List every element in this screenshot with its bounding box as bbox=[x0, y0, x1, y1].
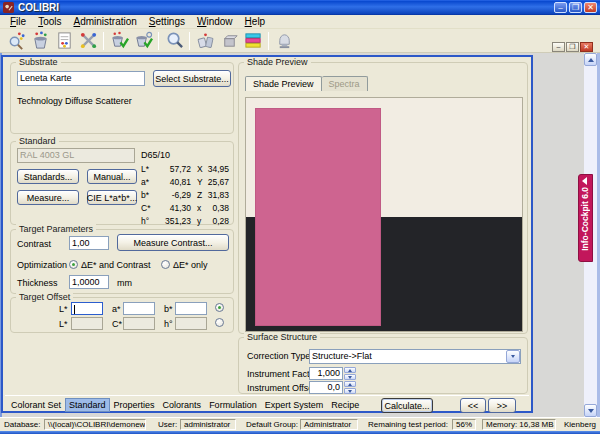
spin-down-button[interactable] bbox=[344, 374, 356, 380]
tab-standard[interactable]: Standard bbox=[65, 398, 110, 412]
scroll-up-button[interactable] bbox=[584, 53, 597, 66]
container-icon[interactable] bbox=[217, 30, 241, 52]
standards-button[interactable]: Standards... bbox=[17, 169, 79, 184]
offset-c-field bbox=[123, 317, 155, 330]
menu-settings[interactable]: Settings bbox=[143, 15, 191, 28]
browse-icon[interactable] bbox=[162, 30, 186, 52]
instrument-factor-spinner[interactable] bbox=[344, 367, 356, 380]
xyz-row-value: 31,83 bbox=[203, 190, 229, 200]
target-offset-group: Target Offset L* a* b* L* C* h° bbox=[10, 297, 234, 333]
menu-administration[interactable]: Administration bbox=[67, 15, 142, 28]
optimization-label: Optimization bbox=[17, 260, 67, 270]
mdi-workspace: Substrate Leneta Karte Select Substrate.… bbox=[0, 53, 600, 417]
shade-preview-tabstrip: Shade Preview Spectra bbox=[245, 76, 368, 91]
previous-button[interactable]: << bbox=[460, 398, 486, 413]
calculate-button[interactable]: Calculate... bbox=[381, 398, 433, 413]
tab-recipe[interactable]: Recipe bbox=[327, 398, 363, 412]
toolbar-separator bbox=[158, 32, 159, 50]
offset-lab-radio[interactable] bbox=[215, 303, 224, 312]
substrate-name-field[interactable]: Leneta Karte bbox=[17, 71, 145, 86]
arrow-down-icon bbox=[588, 409, 594, 413]
cielab-button[interactable]: CIE L*a*b*... bbox=[87, 190, 137, 205]
colorant-set-icon[interactable] bbox=[241, 30, 265, 52]
offset-l2-label: L* bbox=[59, 319, 68, 329]
toolbar-separator bbox=[189, 32, 190, 50]
child-restore-button[interactable]: ❐ bbox=[566, 42, 579, 52]
instrument-factor-field[interactable]: 1,000 bbox=[309, 367, 343, 380]
dispense-icon[interactable] bbox=[193, 30, 217, 52]
menu-window[interactable]: Window bbox=[191, 15, 239, 28]
search-standard-icon[interactable] bbox=[4, 30, 28, 52]
database-label: Database: bbox=[4, 420, 40, 429]
menu-file[interactable]: File bbox=[4, 15, 32, 28]
substrate-group: Substrate Leneta Karte Select Substrate.… bbox=[10, 62, 234, 134]
next-button[interactable]: >> bbox=[488, 398, 516, 413]
info-cockpit-label: Info-Cockpit 6.0 bbox=[580, 187, 590, 251]
edit-recipe-icon[interactable] bbox=[52, 30, 76, 52]
check-recipe-icon[interactable] bbox=[131, 30, 155, 52]
offset-a-field[interactable] bbox=[123, 302, 155, 315]
offset-lch-radio[interactable] bbox=[215, 318, 224, 327]
select-substrate-button[interactable]: Select Substrate... bbox=[153, 70, 231, 87]
test-period-label: Remaining test period: bbox=[368, 420, 448, 429]
app-logo-icon bbox=[3, 2, 14, 13]
shade-preview-group: Shade Preview Shade Preview Spectra bbox=[238, 62, 528, 334]
tab-colorants[interactable]: Colorants bbox=[159, 398, 206, 412]
thickness-label: Thickness bbox=[17, 278, 58, 288]
spin-up-button[interactable] bbox=[344, 367, 356, 373]
light-booth-icon[interactable] bbox=[272, 30, 296, 52]
instrument-factor-label: Instrument Factor bbox=[247, 369, 318, 379]
manual-button[interactable]: Manual... bbox=[87, 169, 137, 184]
info-cockpit-tab[interactable]: Info-Cockpit 6.0 bbox=[578, 174, 593, 262]
scroll-down-button[interactable] bbox=[584, 404, 597, 417]
standard-name-field: RAL 4003 GL bbox=[17, 148, 135, 163]
offset-l-field[interactable] bbox=[71, 302, 103, 315]
tab-formulation[interactable]: Formulation bbox=[205, 398, 261, 412]
page-tabstrip: Colorant Set Standard Properties Coloran… bbox=[7, 398, 363, 412]
optimization-de-only-radio[interactable] bbox=[161, 260, 170, 269]
child-minimize-button[interactable]: – bbox=[552, 42, 565, 52]
arrow-up-icon bbox=[348, 383, 352, 386]
correction-type-dropdown-button[interactable] bbox=[506, 350, 520, 363]
instrument-offset-field[interactable]: 0,0 bbox=[309, 381, 343, 394]
offset-a-label: a* bbox=[112, 304, 121, 314]
offset-l-label: L* bbox=[59, 304, 68, 314]
arrow-up-icon bbox=[348, 369, 352, 372]
shade-preview-canvas bbox=[245, 97, 523, 332]
formulate-icon[interactable] bbox=[28, 30, 52, 52]
child-window-controls: – ❐ ✕ bbox=[552, 42, 593, 52]
close-button[interactable]: ✕ bbox=[584, 2, 597, 13]
tab-properties[interactable]: Properties bbox=[110, 398, 159, 412]
tab-spectra[interactable]: Spectra bbox=[322, 76, 368, 91]
offset-h-label: h° bbox=[164, 319, 173, 329]
correction-type-combo[interactable]: Structure->Flat bbox=[309, 349, 521, 364]
tab-colorant-set[interactable]: Colorant Set bbox=[7, 398, 65, 412]
lab-row-value: 57,72 bbox=[151, 164, 191, 174]
instrument-offset-spinner[interactable] bbox=[344, 381, 356, 394]
maximize-button[interactable]: ❐ bbox=[569, 2, 582, 13]
menu-tools[interactable]: Tools bbox=[32, 15, 67, 28]
offset-l2-field bbox=[71, 317, 103, 330]
menu-help[interactable]: Help bbox=[239, 15, 272, 28]
tab-expert-system[interactable]: Expert System bbox=[261, 398, 328, 412]
spin-up-button[interactable] bbox=[344, 381, 356, 387]
thickness-field[interactable]: 1,0000 bbox=[69, 275, 109, 289]
group-title: Substrate bbox=[16, 57, 61, 67]
memory-value: Memory: 16,38 MB bbox=[482, 419, 556, 430]
correction-icon[interactable] bbox=[76, 30, 100, 52]
approve-recipe-icon[interactable] bbox=[107, 30, 131, 52]
tab-shade-preview[interactable]: Shade Preview bbox=[245, 76, 322, 91]
optimization-de-contrast-radio[interactable] bbox=[69, 260, 78, 269]
offset-h-field bbox=[175, 317, 207, 330]
illuminant-observer-label: D65/10 bbox=[141, 150, 170, 160]
standard-page-panel: Substrate Leneta Karte Select Substrate.… bbox=[1, 55, 533, 413]
offset-b-field[interactable] bbox=[175, 302, 207, 315]
measure-contrast-button[interactable]: Measure Contrast... bbox=[117, 234, 229, 251]
lab-row-value: 40,81 bbox=[151, 177, 191, 187]
measure-button[interactable]: Measure... bbox=[17, 190, 79, 205]
spin-down-button[interactable] bbox=[344, 388, 356, 394]
contrast-field[interactable]: 1,00 bbox=[69, 236, 109, 250]
child-close-button[interactable]: ✕ bbox=[580, 42, 593, 52]
minimize-button[interactable]: – bbox=[554, 2, 567, 13]
menu-bar: File Tools Administration Settings Windo… bbox=[0, 15, 600, 29]
